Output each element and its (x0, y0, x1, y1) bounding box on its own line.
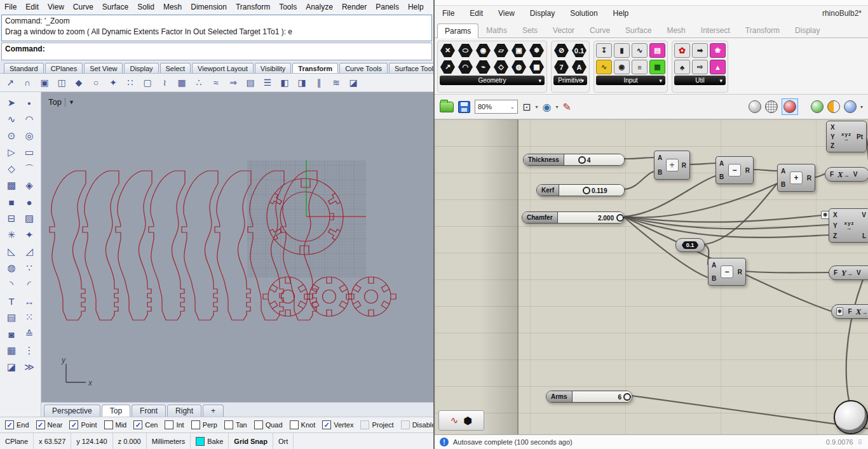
viewport-tab[interactable]: Right (167, 405, 201, 417)
box-param-icon[interactable]: ▣ (511, 43, 527, 58)
scale-icon[interactable]: ○ (88, 75, 104, 90)
menu-item[interactable]: Solution (562, 9, 605, 18)
arms-slider[interactable]: Arms 6 (546, 391, 632, 403)
toolbar-tab[interactable]: Visibility (255, 63, 292, 73)
status-segment[interactable]: Bake (191, 433, 229, 449)
data-output-icon[interactable]: ⇨ (692, 60, 708, 74)
graph-mapper-icon[interactable]: ∿ (632, 43, 648, 58)
brep-param-icon[interactable]: ◍ (511, 60, 527, 74)
text-icon[interactable]: T (3, 293, 20, 309)
osnap-item[interactable]: Mid (104, 420, 127, 429)
ellipse-icon[interactable]: ◎ (20, 128, 38, 144)
text-param-icon[interactable]: A (571, 60, 587, 74)
box-icon[interactable]: ■ (3, 194, 20, 210)
stretch-icon[interactable]: ◨ (294, 75, 309, 90)
move-icon[interactable]: ↗ (3, 75, 18, 90)
category-tab[interactable]: Intersect (693, 23, 738, 37)
status-segment[interactable]: Millimeters (147, 433, 191, 449)
slider-knob[interactable] (583, 187, 590, 194)
menu-item[interactable]: View (43, 3, 69, 11)
blocks-icon[interactable]: ▤ (3, 309, 20, 326)
input-a[interactable]: A (719, 160, 724, 167)
grid-array-icon[interactable]: ▦ (3, 342, 20, 359)
polygon-icon[interactable]: ◇ (3, 161, 20, 177)
zoom-level-dropdown[interactable]: 80% ⌄ (475, 100, 518, 114)
input-y[interactable]: Y (833, 222, 837, 229)
output-l[interactable]: L (862, 232, 866, 239)
command-prompt[interactable]: Command: (1, 43, 432, 60)
shear-icon[interactable]: ≈ (208, 75, 224, 90)
taper-icon[interactable]: ◧ (277, 75, 292, 90)
toolbar-tab[interactable]: Surface Tools (389, 63, 433, 73)
document-preview-icon[interactable] (827, 100, 840, 113)
curve-icon[interactable]: ∿ (3, 111, 20, 128)
copy-icon[interactable]: ▣ (37, 75, 52, 90)
srf-param-icon[interactable]: ◇ (493, 60, 509, 74)
viewport-tab[interactable]: + (203, 405, 224, 417)
more-icon[interactable]: ≫ (20, 359, 38, 375)
preview-shaded-selected[interactable] (782, 98, 798, 115)
menu-item[interactable]: Edit (462, 9, 491, 18)
input-a[interactable]: A (658, 154, 662, 161)
snowflake-param-icon[interactable]: ❄ (529, 43, 545, 58)
menu-item[interactable]: Dimension (186, 3, 231, 11)
flow-icon[interactable]: ⇒ (226, 75, 241, 90)
scale-tool-icon[interactable]: ↔ (20, 293, 38, 309)
addition-component[interactable]: A B + R (777, 164, 815, 192)
checkbox[interactable] (133, 420, 142, 429)
project-icon[interactable]: ▢ (140, 75, 155, 90)
spiral-param-icon[interactable]: ◉ (475, 43, 491, 58)
checkbox[interactable] (5, 420, 14, 429)
chevron-down-icon[interactable]: ▾ (555, 104, 558, 110)
slider-track[interactable]: 0.119 (559, 185, 624, 196)
status-segment[interactable]: Ort (273, 433, 294, 449)
menu-item[interactable]: Tools (275, 3, 301, 11)
boolean-toggle-icon[interactable]: ▮ (614, 43, 630, 58)
osnap-item[interactable]: Int (165, 420, 184, 429)
hexagon-widget-icon[interactable]: ⬢ (463, 415, 472, 427)
menu-item[interactable]: File (0, 3, 21, 11)
solid-union-icon[interactable]: ◙ (3, 326, 20, 342)
input-b[interactable]: B (719, 173, 724, 180)
output-v[interactable]: V (853, 171, 858, 178)
menu-item[interactable]: Panels (371, 3, 403, 11)
slider-name[interactable]: Chamfer (522, 212, 558, 223)
palette-group-label[interactable]: Util▾ (674, 76, 726, 85)
osnap-item[interactable]: Point (69, 420, 97, 429)
unit-x-component[interactable]: F X V (825, 167, 868, 182)
save-file-icon[interactable] (458, 101, 470, 113)
osnap-item[interactable]: Knot (290, 420, 316, 429)
input-a[interactable]: A (712, 262, 716, 269)
slider-name[interactable]: Arms (546, 391, 573, 402)
array-polar-icon[interactable]: ∷ (123, 75, 138, 90)
output-v[interactable]: V (862, 211, 866, 218)
sketch-pen-icon[interactable]: ✎ (562, 101, 571, 113)
output-r[interactable]: R (745, 167, 750, 174)
status-segment[interactable]: z 0.000 (113, 433, 147, 449)
number-slider-icon[interactable]: ↧ (596, 43, 612, 58)
toolbar-tab[interactable]: CPlanes (45, 63, 83, 73)
cage-edit-icon[interactable]: ☰ (260, 75, 275, 90)
osnap-item[interactable]: Disable (401, 420, 433, 429)
circle-icon[interactable]: ⊙ (3, 128, 20, 144)
viewport-tab[interactable]: Top (102, 405, 130, 417)
thickness-slider[interactable]: Thickness 4 (523, 154, 625, 166)
geometry-x-icon[interactable]: ✕ (440, 43, 456, 58)
construct-point-component[interactable]: X Y Z xyz Pt (826, 121, 867, 152)
slider-name[interactable]: Thickness (524, 154, 564, 165)
status-segment[interactable]: x 63.527 (34, 433, 71, 449)
chevron-down-icon[interactable]: ▾ (581, 77, 584, 84)
rotate-icon[interactable]: ◆ (71, 75, 86, 90)
osnap-item[interactable]: Quad (254, 420, 283, 429)
chamfer-icon[interactable]: ◿ (20, 243, 38, 260)
menu-item[interactable]: Transform (231, 3, 275, 11)
chevron-down-icon[interactable]: ▼ (69, 99, 74, 105)
slider-name[interactable]: Kerf (537, 185, 559, 196)
canvas-gumball-widget[interactable] (834, 400, 868, 434)
mesh-param-icon[interactable]: ▦ (529, 60, 545, 74)
output-r[interactable]: R (807, 175, 811, 182)
stack-icon[interactable]: ⋮ (20, 342, 38, 359)
menu-item[interactable]: Surface (98, 3, 133, 11)
category-tab[interactable]: Sets (515, 23, 545, 37)
input-b[interactable]: B (712, 275, 716, 282)
